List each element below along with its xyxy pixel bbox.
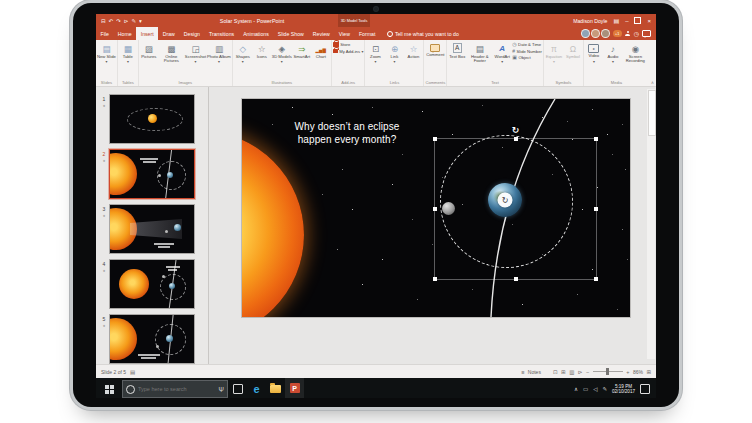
display-settings-icon[interactable]: ▤ [130, 369, 135, 375]
3d-models-button[interactable]: ◈ 3D Models ▾ [272, 42, 292, 64]
slide-thumbnail-2[interactable] [110, 150, 194, 198]
speaker-icon[interactable]: ◁ [593, 386, 597, 392]
screenshot-button[interactable]: ◲ Screenshot ▾ [185, 42, 206, 64]
task-view-button[interactable] [228, 378, 247, 398]
taskbar-clock[interactable]: 5:19 PM 02/10/2017 [612, 384, 635, 395]
zoom-slider-thumb[interactable] [606, 368, 609, 375]
pen-icon[interactable]: ✎ [131, 18, 136, 24]
history-icon[interactable]: ◷ [634, 30, 639, 37]
photo-album-button[interactable]: ▥ Photo Album ▾ [207, 42, 231, 64]
save-icon[interactable]: ⊟ [101, 18, 106, 24]
notes-toggle[interactable]: Notes [528, 369, 541, 375]
microphone-icon[interactable]: Ψ [219, 386, 224, 393]
normal-view-icon[interactable]: ⊡ [553, 369, 558, 375]
slide-sorter-view-icon[interactable]: ⊞ [561, 369, 566, 375]
touch-keyboard-icon[interactable]: ▭ [583, 386, 588, 392]
vertical-scrollbar[interactable] [647, 89, 655, 359]
share-icon[interactable] [625, 31, 631, 37]
comments-icon[interactable] [642, 30, 651, 37]
header-footer-button[interactable]: ▤ Header & Footer [467, 42, 492, 64]
selection-handle[interactable] [514, 137, 518, 141]
new-slide-button[interactable]: ▤ New Slide ▾ [97, 42, 116, 64]
restore-icon[interactable] [634, 17, 641, 24]
selection-handle[interactable] [594, 137, 598, 141]
minimize-icon[interactable]: – [625, 18, 628, 24]
collaborator-avatar[interactable] [591, 29, 600, 38]
file-explorer-button[interactable] [266, 378, 285, 398]
selection-handle[interactable] [433, 277, 437, 281]
collapse-ribbon-icon[interactable]: ∧ [651, 80, 654, 85]
tab-animations[interactable]: Animations [239, 27, 274, 40]
tab-design[interactable]: Design [179, 27, 204, 40]
zoom-slider[interactable] [593, 371, 623, 372]
zoom-button[interactable]: ⊡ Zoom ▾ [366, 42, 384, 64]
scrollbar-thumb[interactable] [648, 90, 656, 136]
customize-qat-icon[interactable]: ▾ [139, 18, 142, 24]
ribbon-display-options-icon[interactable]: ▤ [613, 17, 619, 24]
fit-slide-to-window-icon[interactable]: ⊞ [646, 369, 651, 375]
smartart-button[interactable]: ⇒ SmartArt [293, 42, 311, 59]
tab-slide-show[interactable]: Slide Show [273, 27, 308, 40]
tab-transitions[interactable]: Transitions [204, 27, 238, 40]
slide-thumbnail-1[interactable] [110, 95, 194, 143]
selection-handle[interactable] [433, 207, 437, 211]
slide-thumbnail-5[interactable] [110, 315, 194, 363]
slide-title-text[interactable]: Why doesn’t an eclipse happen every mont… [272, 120, 422, 146]
close-icon[interactable]: × [647, 18, 651, 24]
collaborators-overflow-badge[interactable]: +1 [613, 30, 622, 37]
my-add-ins-button[interactable]: My Add-ins ▾ [333, 49, 364, 54]
slideshow-view-icon[interactable]: ⊳ [578, 369, 583, 375]
zoom-out-icon[interactable]: − [586, 369, 589, 375]
slide-canvas[interactable]: ↻ Why doesn’t an eclipse happen every mo… [242, 99, 630, 317]
selection-handle[interactable] [514, 277, 518, 281]
pictures-button[interactable]: ▨ Pictures [140, 42, 158, 59]
zoom-percentage[interactable]: 86% [633, 369, 643, 375]
zoom-in-icon[interactable]: + [626, 369, 629, 375]
taskbar-search-box[interactable]: Ψ [122, 380, 228, 398]
powerpoint-taskbar-button[interactable]: P [285, 377, 304, 398]
link-button[interactable]: ⊕ Link ▾ [385, 42, 403, 64]
notes-icon[interactable]: ≡ [521, 369, 524, 375]
redo-icon[interactable]: ↷ [116, 18, 121, 24]
slide-thumbnail-3[interactable] [110, 205, 194, 253]
start-button[interactable] [105, 385, 114, 394]
show-hidden-icons-chevron[interactable]: ∧ [574, 386, 578, 392]
online-pictures-button[interactable]: ▩ Online Pictures [159, 42, 184, 64]
video-button[interactable]: ▸ Video ▾ [585, 42, 603, 64]
collaborator-avatar[interactable] [581, 29, 590, 38]
audio-button[interactable]: ♪ Audio ▾ [604, 42, 622, 64]
collaborator-avatar[interactable] [601, 29, 610, 38]
tab-review[interactable]: Review [308, 27, 334, 40]
symbol-button[interactable]: Ω Symbol [564, 42, 582, 59]
shapes-button[interactable]: ◇ Shapes ▾ [234, 42, 252, 64]
equation-button[interactable]: π Equation ▾ [545, 42, 563, 64]
tab-view[interactable]: View [334, 27, 354, 40]
tell-me-box[interactable]: Tell me what you want to do [387, 27, 459, 40]
chart-button[interactable]: ▂▅▇ Chart [312, 42, 330, 59]
action-center-icon[interactable] [640, 384, 650, 394]
pen-settings-icon[interactable]: ✎ [602, 386, 607, 392]
wordart-button[interactable]: A WordArt ▾ [493, 42, 511, 64]
tab-format[interactable]: Format [354, 27, 379, 40]
text-box-button[interactable]: A Text Box [448, 42, 466, 59]
tab-insert[interactable]: Insert [136, 27, 158, 40]
slide-number-button[interactable]: # Slide Number [512, 49, 542, 54]
table-button[interactable]: ▦ Table ▾ [119, 42, 137, 64]
object-button[interactable]: ▣ Object [512, 55, 542, 60]
tab-home[interactable]: Home [113, 27, 136, 40]
selection-handle[interactable] [433, 137, 437, 141]
search-input[interactable] [138, 386, 216, 392]
undo-icon[interactable]: ↶ [109, 18, 114, 24]
rotate-handle-icon[interactable]: ↻ [512, 125, 520, 135]
selection-handle[interactable] [594, 277, 598, 281]
reading-view-icon[interactable]: ▥ [569, 369, 574, 375]
icons-button[interactable]: ☆ Icons [253, 42, 271, 59]
slide-thumbnail-4[interactable] [110, 260, 194, 308]
tab-draw[interactable]: Draw [158, 27, 179, 40]
action-button[interactable]: ☆ Action [404, 42, 422, 59]
edge-browser-button[interactable]: e [247, 378, 266, 398]
comment-button[interactable]: Comment [426, 42, 444, 58]
start-slideshow-icon[interactable]: ⊳ [124, 18, 129, 24]
tab-file[interactable]: File [96, 27, 113, 40]
selection-handle[interactable] [594, 207, 598, 211]
